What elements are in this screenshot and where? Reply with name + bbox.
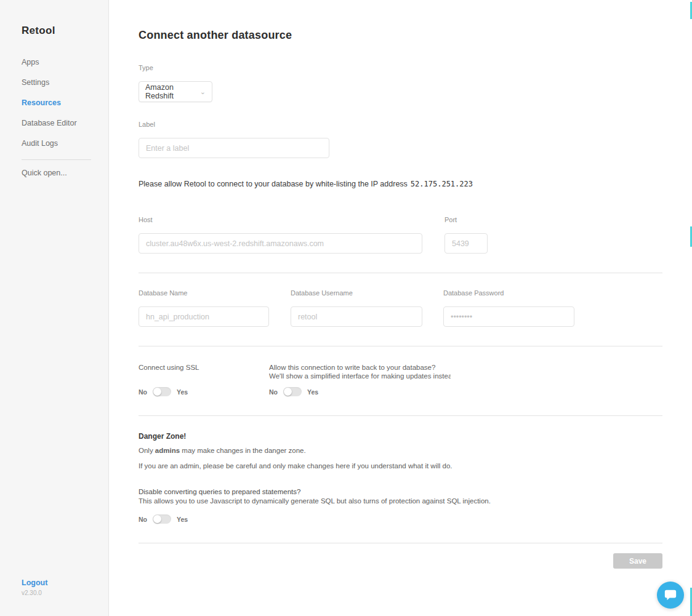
database-password-input[interactable]: [443, 306, 574, 327]
ssl-yes-label: Yes: [177, 388, 188, 396]
sidebar-item-quick-open[interactable]: Quick open...: [22, 169, 108, 177]
logout-link[interactable]: Logout: [22, 578, 47, 587]
danger-note-prefix: Only: [139, 447, 155, 454]
sidebar-footer: Logout v2.30.0: [22, 578, 47, 596]
page-title: Connect another datasource: [139, 29, 662, 42]
type-select[interactable]: Amazon Redshift ⌄: [139, 81, 212, 102]
host-label: Host: [139, 216, 422, 223]
intercom-chat-button[interactable]: [657, 582, 684, 609]
ip-notice-text: Please allow Retool to connect to your d…: [139, 180, 408, 188]
write-back-description: We'll show a simplified interface for ma…: [269, 372, 451, 380]
database-name-group: Database Name: [139, 289, 269, 327]
prepared-statements-group: Disable converting queries to prepared s…: [139, 488, 662, 524]
ssl-no-label: No: [139, 388, 147, 396]
database-name-label: Database Name: [139, 289, 269, 297]
database-password-group: Database Password: [443, 289, 574, 327]
danger-zone-section: Danger Zone! Only admins may make change…: [139, 432, 662, 524]
database-username-input[interactable]: [291, 306, 422, 327]
write-back-toggle-control: No Yes: [269, 387, 451, 396]
ssl-toggle[interactable]: [153, 387, 171, 396]
danger-caution-note: If you are an admin, please be careful a…: [139, 462, 662, 470]
label-field-group: Label: [139, 121, 662, 158]
prepared-yes-label: Yes: [177, 516, 188, 523]
sidebar-nav: Apps Settings Resources Database Editor …: [22, 58, 108, 177]
label-input[interactable]: [139, 138, 329, 158]
database-username-label: Database Username: [291, 289, 422, 297]
ip-whitelist-notice: Please allow Retool to connect to your d…: [139, 180, 662, 188]
database-name-input[interactable]: [139, 306, 269, 327]
host-input[interactable]: [139, 233, 422, 254]
prepared-no-label: No: [139, 516, 147, 523]
type-select-value: Amazon Redshift: [145, 83, 200, 100]
connection-options-row: Connect using SSL No Yes Allow this conn…: [139, 363, 662, 396]
section-divider: [139, 543, 662, 543]
ip-address: 52.175.251.223: [411, 180, 473, 188]
toggle-knob: [153, 388, 161, 396]
write-back-toggle[interactable]: [283, 387, 302, 396]
write-back-toggle-group: Allow this connection to write back to y…: [269, 363, 451, 396]
type-field-group: Type Amazon Redshift ⌄: [139, 64, 662, 102]
prepared-statements-question: Disable converting queries to prepared s…: [139, 488, 662, 495]
ssl-toggle-control: No Yes: [139, 387, 269, 396]
save-button[interactable]: Save: [613, 553, 662, 569]
chevron-down-icon: ⌄: [200, 89, 206, 95]
sidebar-item-resources[interactable]: Resources: [22, 98, 108, 107]
version-label: v2.30.0: [22, 590, 47, 596]
type-label: Type: [139, 64, 662, 71]
section-divider: [139, 273, 662, 273]
danger-note-bold: admins: [155, 447, 180, 454]
section-divider: [139, 346, 662, 346]
write-back-question: Allow this connection to write back to y…: [269, 363, 451, 372]
ssl-label: Connect using SSL: [139, 363, 269, 372]
sidebar-item-settings[interactable]: Settings: [22, 78, 108, 87]
write-back-yes-label: Yes: [307, 388, 318, 396]
prepared-toggle-control: No Yes: [139, 514, 662, 524]
host-port-row: Host Port: [139, 216, 662, 254]
host-field-group: Host: [139, 216, 422, 254]
label-label: Label: [139, 121, 662, 128]
sidebar-item-database-editor[interactable]: Database Editor: [22, 119, 108, 127]
prepared-statements-description: This allows you to use Javascript to dyn…: [139, 497, 662, 505]
sidebar: Retool Apps Settings Resources Database …: [0, 0, 109, 616]
danger-note-suffix: may make changes in the danger zone.: [180, 447, 306, 454]
port-label: Port: [445, 216, 488, 223]
danger-admins-note: Only admins may make changes in the dang…: [139, 447, 662, 454]
database-password-label: Database Password: [443, 289, 574, 297]
database-credentials-row: Database Name Database Username Database…: [139, 289, 662, 327]
sidebar-divider: [22, 159, 91, 160]
chat-bubble-icon: [664, 588, 677, 602]
prepared-statements-toggle[interactable]: [153, 514, 171, 524]
main-content: Connect another datasource Type Amazon R…: [139, 0, 662, 569]
save-row: Save: [139, 553, 662, 569]
sidebar-item-audit-logs[interactable]: Audit Logs: [22, 139, 108, 148]
write-back-no-label: No: [269, 388, 278, 396]
toggle-knob: [153, 515, 161, 523]
port-input[interactable]: [445, 233, 488, 254]
section-divider: [139, 415, 662, 416]
ssl-toggle-group: Connect using SSL No Yes: [139, 363, 269, 396]
sidebar-item-apps[interactable]: Apps: [22, 58, 108, 66]
retool-logo: Retool: [22, 25, 108, 37]
danger-zone-title: Danger Zone!: [139, 432, 662, 441]
port-field-group: Port: [445, 216, 488, 254]
database-username-group: Database Username: [291, 289, 422, 327]
toggle-knob: [284, 388, 292, 396]
